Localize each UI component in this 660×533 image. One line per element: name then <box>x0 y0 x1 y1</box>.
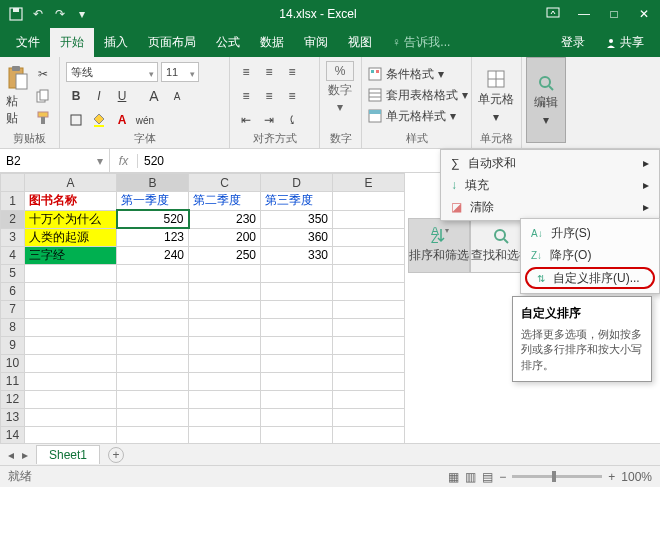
align-bottom-icon[interactable]: ≡ <box>282 62 302 82</box>
cell[interactable] <box>117 372 189 390</box>
cell[interactable] <box>25 300 117 318</box>
view-break-icon[interactable]: ▤ <box>482 470 493 484</box>
cell[interactable] <box>25 408 117 426</box>
cell[interactable]: 图书名称 <box>25 192 117 211</box>
underline-button[interactable]: U <box>112 86 132 106</box>
align-left-icon[interactable]: ≡ <box>236 86 256 106</box>
sheet-tab[interactable]: Sheet1 <box>36 445 100 464</box>
decrease-indent-icon[interactable]: ⇤ <box>236 110 256 130</box>
cell[interactable] <box>117 318 189 336</box>
tab-tell-me[interactable]: ♀ 告诉我... <box>382 28 460 57</box>
redo-icon[interactable]: ↷ <box>52 6 68 22</box>
new-sheet-button[interactable]: + <box>108 447 124 463</box>
cell[interactable] <box>261 354 333 372</box>
cell[interactable] <box>189 282 261 300</box>
increase-indent-icon[interactable]: ⇥ <box>259 110 279 130</box>
number-format-button[interactable]: % 数字▾ <box>326 61 354 131</box>
col-header[interactable]: B <box>117 174 189 192</box>
format-painter-icon[interactable] <box>33 108 53 128</box>
font-size-select[interactable]: 11 <box>161 62 199 82</box>
maximize-button[interactable]: □ <box>606 7 622 21</box>
row-header[interactable]: 10 <box>1 354 25 372</box>
cell[interactable] <box>261 408 333 426</box>
cell[interactable] <box>117 282 189 300</box>
cell[interactable] <box>117 390 189 408</box>
cell[interactable] <box>333 210 405 228</box>
row-header[interactable]: 4 <box>1 246 25 264</box>
row-header[interactable]: 14 <box>1 426 25 443</box>
cell[interactable]: 330 <box>261 246 333 264</box>
tab-data[interactable]: 数据 <box>250 28 294 57</box>
qat-more-icon[interactable]: ▾ <box>74 6 90 22</box>
row-header[interactable]: 8 <box>1 318 25 336</box>
paste-button[interactable]: 粘贴 <box>6 61 29 131</box>
cell[interactable] <box>189 336 261 354</box>
cell[interactable]: 230 <box>189 210 261 228</box>
col-header[interactable]: E <box>333 174 405 192</box>
zoom-in-button[interactable]: + <box>608 470 615 484</box>
format-as-table-button[interactable]: 套用表格格式 ▾ <box>368 86 468 104</box>
font-name-select[interactable]: 等线 <box>66 62 158 82</box>
cell[interactable]: 第三季度 <box>261 192 333 211</box>
row-header[interactable]: 11 <box>1 372 25 390</box>
cell[interactable] <box>25 282 117 300</box>
autosum-item[interactable]: ∑自动求和▸ <box>441 152 659 174</box>
cell[interactable] <box>261 318 333 336</box>
cell[interactable] <box>25 318 117 336</box>
cell[interactable] <box>261 426 333 443</box>
cell[interactable]: 200 <box>189 228 261 246</box>
view-layout-icon[interactable]: ▥ <box>465 470 476 484</box>
zoom-value[interactable]: 100% <box>621 470 652 484</box>
align-middle-icon[interactable]: ≡ <box>259 62 279 82</box>
formula-input[interactable]: 520 <box>138 154 170 168</box>
cell[interactable] <box>25 336 117 354</box>
cell[interactable] <box>261 264 333 282</box>
cell[interactable] <box>117 426 189 443</box>
fx-icon[interactable]: fx <box>110 154 138 168</box>
cell[interactable] <box>189 372 261 390</box>
cell[interactable] <box>261 282 333 300</box>
row-header[interactable]: 13 <box>1 408 25 426</box>
cell[interactable] <box>189 318 261 336</box>
cell[interactable]: 十万个为什么 <box>25 210 117 228</box>
tab-insert[interactable]: 插入 <box>94 28 138 57</box>
cell[interactable]: 123 <box>117 228 189 246</box>
close-button[interactable]: ✕ <box>636 7 652 21</box>
cell[interactable]: 人类的起源 <box>25 228 117 246</box>
sheet-nav-prev[interactable]: ◂ <box>8 448 14 462</box>
cell[interactable]: 第二季度 <box>189 192 261 211</box>
row-header[interactable]: 1 <box>1 192 25 211</box>
row-header[interactable]: 7 <box>1 300 25 318</box>
custom-sort-item[interactable]: ⇅自定义排序(U)... <box>525 267 655 289</box>
cell[interactable] <box>261 390 333 408</box>
tab-share[interactable]: 共享 <box>595 28 654 57</box>
cell-selected[interactable]: 520 <box>117 210 189 228</box>
cell[interactable] <box>117 354 189 372</box>
ribbon-options-icon[interactable] <box>546 7 562 21</box>
select-all-corner[interactable] <box>1 174 25 192</box>
grow-font-button[interactable]: A <box>144 86 164 106</box>
cell[interactable] <box>189 264 261 282</box>
shrink-font-button[interactable]: A <box>167 86 187 106</box>
cell[interactable] <box>261 372 333 390</box>
name-box[interactable]: B2▾ <box>0 149 110 172</box>
col-header[interactable]: C <box>189 174 261 192</box>
zoom-slider[interactable] <box>512 475 602 478</box>
sort-filter-button[interactable]: AZ 排序和筛选 <box>408 218 470 273</box>
cell[interactable] <box>25 390 117 408</box>
sort-desc-item[interactable]: Z↓降序(O) <box>521 244 659 266</box>
col-header[interactable]: A <box>25 174 117 192</box>
cell[interactable] <box>333 228 405 246</box>
conditional-format-button[interactable]: 条件格式 ▾ <box>368 65 468 83</box>
cell[interactable] <box>25 426 117 443</box>
cell[interactable]: 三字经 <box>25 246 117 264</box>
font-color-button[interactable]: A <box>112 110 132 130</box>
border-button[interactable] <box>66 110 86 130</box>
row-header[interactable]: 9 <box>1 336 25 354</box>
tab-view[interactable]: 视图 <box>338 28 382 57</box>
zoom-out-button[interactable]: − <box>499 470 506 484</box>
cell[interactable] <box>333 192 405 211</box>
cell[interactable] <box>189 300 261 318</box>
orientation-icon[interactable]: ⤹ <box>282 110 302 130</box>
cell[interactable]: 350 <box>261 210 333 228</box>
